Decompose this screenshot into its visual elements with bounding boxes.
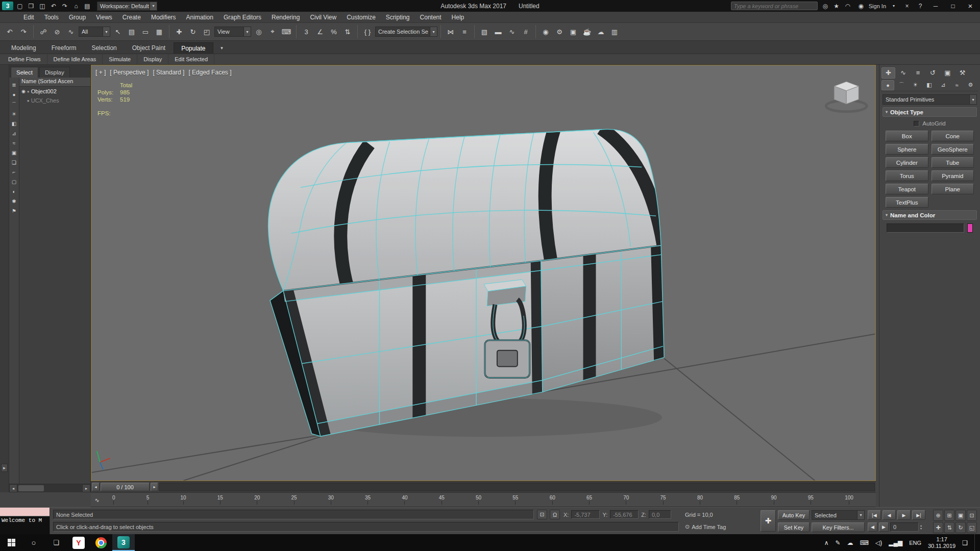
next-key-button[interactable]: ▶: [879, 522, 889, 532]
play-button[interactable]: ▶: [897, 510, 911, 520]
walk-through-icon[interactable]: ⇅: [944, 522, 954, 533]
filter-xrefs-icon[interactable]: ❏: [10, 158, 19, 167]
schematic-view-icon[interactable]: #: [519, 25, 532, 38]
scroll-left-icon[interactable]: ◂: [9, 484, 17, 492]
object-type-rollout[interactable]: ▾ Object Type: [883, 107, 977, 117]
bind-to-space-warp-icon[interactable]: ∿: [64, 25, 78, 38]
time-slider[interactable]: ◂ 0 / 100 ▸: [91, 481, 876, 492]
object-color-swatch[interactable]: [967, 223, 973, 233]
spacewarps-category-icon[interactable]: ≈: [950, 80, 963, 90]
menu-item[interactable]: Graph Editors: [218, 12, 266, 23]
ribbon-button[interactable]: Simulate: [103, 54, 137, 64]
go-to-start-button[interactable]: |◀: [868, 510, 881, 520]
listener-pane[interactable]: Welcome to M: [0, 516, 50, 535]
search-icon[interactable]: ○: [22, 534, 45, 551]
rendered-frame-window-icon[interactable]: ▣: [567, 25, 580, 38]
menu-item[interactable]: Rendering: [266, 12, 305, 23]
key-filters-button[interactable]: Key Filters...: [812, 522, 865, 532]
material-editor-icon[interactable]: ◉: [539, 25, 552, 38]
select-and-link-icon[interactable]: ☍: [37, 25, 50, 38]
mirror-icon[interactable]: ⋈: [444, 25, 457, 38]
undo-icon[interactable]: ↶: [3, 25, 16, 38]
align-icon[interactable]: ≡: [458, 25, 471, 38]
menu-item[interactable]: Customize: [341, 12, 381, 23]
render-history-icon[interactable]: ▥: [608, 25, 621, 38]
zoom-all-icon[interactable]: ⊞: [944, 510, 954, 521]
ribbon-tab[interactable]: Object Paint: [125, 42, 173, 54]
menu-item[interactable]: Create: [117, 12, 146, 23]
render-production-icon[interactable]: ☕: [580, 25, 594, 38]
workspace-switch-icon[interactable]: ▤: [82, 1, 93, 11]
filter-groups-icon[interactable]: ▣: [10, 148, 19, 157]
selection-lock-icon[interactable]: Ω: [550, 510, 560, 519]
wirecolor-dot-icon[interactable]: ●: [27, 98, 30, 103]
close-button[interactable]: ×: [963, 0, 978, 12]
primitive-button[interactable]: Tube: [932, 157, 974, 168]
project-folder-icon[interactable]: ⌂: [70, 1, 82, 11]
edit-named-selection-sets-icon[interactable]: { }: [361, 25, 374, 38]
open-file-icon[interactable]: ❒: [26, 1, 37, 11]
menu-item[interactable]: Group: [64, 12, 91, 23]
primitive-button[interactable]: Box: [886, 131, 928, 141]
search-input[interactable]: [731, 2, 818, 10]
z-coordinate-field[interactable]: 0,0: [649, 510, 671, 519]
view-cube[interactable]: [826, 82, 867, 112]
visibility-eye-icon[interactable]: ◉: [21, 89, 26, 94]
menu-item[interactable]: Help: [447, 12, 470, 23]
redo-icon[interactable]: ↷: [17, 25, 30, 38]
show-desktop-button[interactable]: [974, 534, 977, 551]
unlink-selection-icon[interactable]: ⊘: [51, 25, 64, 38]
favorites-icon[interactable]: ★: [831, 1, 842, 11]
viewport-menu-general[interactable]: [ + ]: [95, 69, 106, 76]
workspace-dropdown[interactable]: Workspace: Default▾: [97, 2, 157, 11]
toggle-ribbon-icon[interactable]: ▬: [492, 25, 505, 38]
object-name-field[interactable]: [887, 223, 964, 233]
frame-spinner-down-icon[interactable]: ▾: [920, 527, 922, 530]
cameras-category-icon[interactable]: ◧: [923, 80, 936, 90]
ribbon-button[interactable]: Define Flows: [2, 54, 47, 64]
autogrid-checkbox[interactable]: [914, 121, 919, 127]
minimize-button[interactable]: ─: [928, 0, 943, 12]
scene-explorer-tab[interactable]: Display: [39, 67, 70, 78]
wirecolor-dot-icon[interactable]: ●: [27, 89, 30, 94]
viewport-menu-shading[interactable]: [ Edged Faces ]: [188, 69, 231, 76]
primitive-button[interactable]: Pyramid: [932, 170, 974, 181]
select-and-scale-icon[interactable]: ◰: [200, 25, 213, 38]
menu-item[interactable]: Modifiers: [146, 12, 181, 23]
percent-snap-icon[interactable]: %: [327, 25, 340, 38]
next-frame-mini-icon[interactable]: ▸: [151, 483, 158, 491]
ribbon-options-icon[interactable]: ▾: [214, 42, 230, 54]
snaps-toggle-icon[interactable]: 3: [300, 25, 313, 38]
windows-ink-icon[interactable]: ✎: [836, 539, 841, 546]
scene-object-row[interactable]: ◉ ● Object002: [19, 87, 90, 96]
language-indicator[interactable]: ENG: [909, 540, 921, 546]
previous-frame-button[interactable]: ◀: [883, 510, 896, 520]
ribbon-tab[interactable]: Modeling: [4, 42, 43, 54]
x-coordinate-field[interactable]: -5,737: [571, 510, 600, 519]
pan-icon[interactable]: ✚: [933, 522, 943, 533]
search-go-icon[interactable]: ◎: [820, 1, 831, 11]
explorer-sort-icon[interactable]: ≣: [10, 81, 19, 89]
close-infocenter-icon[interactable]: ×: [901, 1, 913, 11]
macro-recorder-pane[interactable]: [0, 508, 50, 516]
primitive-category-dropdown[interactable]: Standard Primitives▾: [883, 94, 977, 105]
filter-materials-icon[interactable]: ◐: [10, 187, 19, 196]
angle-snap-icon[interactable]: ∠: [313, 25, 327, 38]
set-keys-button[interactable]: ✚: [761, 510, 776, 532]
named-selection-sets-dropdown[interactable]: Create Selection Se▾: [375, 27, 437, 37]
taskbar-app-chrome[interactable]: [90, 534, 112, 551]
display-tab-icon[interactable]: ▣: [941, 67, 954, 79]
select-and-manipulate-icon[interactable]: ⌖: [266, 25, 279, 38]
maxscript-mini-listener[interactable]: Welcome to M: [0, 508, 50, 535]
mini-curve-editor-icon[interactable]: ∿: [92, 495, 102, 505]
primitive-button[interactable]: Sphere: [886, 144, 928, 155]
ribbon-tab[interactable]: Selection: [84, 42, 124, 54]
undo-quick-icon[interactable]: ↶: [48, 1, 59, 11]
zoom-icon[interactable]: ⊕: [933, 510, 943, 521]
orbit-icon[interactable]: ↻: [955, 522, 966, 533]
ribbon-button[interactable]: Display: [137, 54, 168, 64]
primitive-button[interactable]: GeoSphere: [932, 144, 974, 155]
scene-object-row[interactable]: ◉ ● UCX_Ches: [19, 96, 90, 105]
perspective-viewport[interactable]: [ + ] [ Perspective ] [ Standard ] [ Edg…: [91, 65, 876, 481]
previous-frame-mini-icon[interactable]: ◂: [92, 483, 100, 491]
